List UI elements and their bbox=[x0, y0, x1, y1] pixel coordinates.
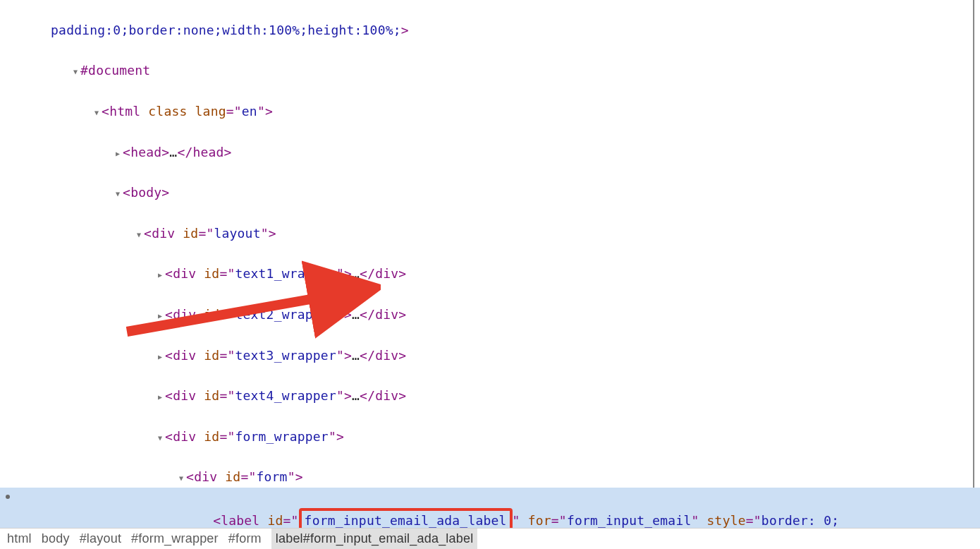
crumb-html[interactable]: html bbox=[7, 529, 32, 549]
expand-toggle[interactable] bbox=[92, 102, 102, 122]
dom-node-body[interactable]: <body> bbox=[0, 162, 980, 203]
dom-node-form-wrapper[interactable]: <div id="form_wrapper"> bbox=[0, 406, 980, 447]
expand-toggle[interactable] bbox=[113, 143, 123, 163]
crumb-active[interactable]: label#form_input_email_ada_label bbox=[271, 528, 478, 549]
expand-toggle[interactable] bbox=[155, 305, 165, 325]
dom-node-selected[interactable]: <label id="form_input_email_ada_label" f… bbox=[0, 488, 980, 528]
crumb-form-wrapper[interactable]: #form_wrapper bbox=[131, 529, 219, 549]
elements-panel: padding:0;border:none;width:100%;height:… bbox=[0, 0, 980, 528]
crumb-layout[interactable]: #layout bbox=[80, 529, 121, 549]
dom-node-form[interactable]: <div id="form"> bbox=[0, 447, 980, 488]
dom-node-text1[interactable]: <div id="text1_wrapper">…</div> bbox=[0, 244, 980, 285]
expand-toggle[interactable] bbox=[155, 346, 165, 366]
breadcrumb: html body #layout #form_wrapper #form la… bbox=[0, 528, 980, 549]
dom-node-text2[interactable]: <div id="text2_wrapper">…</div> bbox=[0, 284, 980, 325]
dom-node-document[interactable]: #document bbox=[0, 41, 980, 82]
dom-node-head[interactable]: <head>…</head> bbox=[0, 122, 980, 163]
dom-node-layout[interactable]: <div id="layout"> bbox=[0, 203, 980, 244]
divider bbox=[973, 0, 974, 528]
expand-toggle[interactable] bbox=[113, 183, 123, 203]
dom-node-html[interactable]: <html class lang="en"> bbox=[0, 81, 980, 122]
dom-node-text4[interactable]: <div id="text4_wrapper">…</div> bbox=[0, 366, 980, 406]
dom-node-text3[interactable]: <div id="text3_wrapper">…</div> bbox=[0, 325, 980, 366]
crumb-body[interactable]: body bbox=[42, 529, 70, 549]
dom-line-style[interactable]: padding:0;border:none;width:100%;height:… bbox=[0, 0, 980, 41]
expand-toggle[interactable] bbox=[134, 224, 144, 244]
expand-toggle[interactable] bbox=[155, 386, 165, 406]
expand-toggle[interactable] bbox=[155, 427, 165, 447]
expand-toggle[interactable] bbox=[71, 61, 80, 81]
highlight-box: form_input_email_ada_label bbox=[299, 508, 513, 528]
expand-toggle[interactable] bbox=[155, 264, 165, 284]
expand-toggle[interactable] bbox=[176, 467, 186, 488]
crumb-form[interactable]: #form bbox=[228, 529, 262, 549]
